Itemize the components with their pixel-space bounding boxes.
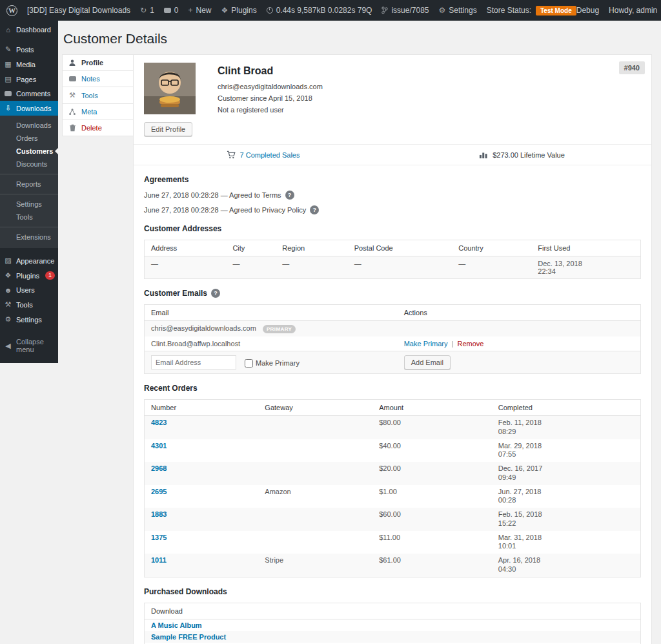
primary-email-text: chris@easydigitaldownloads.com — [151, 324, 256, 332]
order-completed-cell: Mar. 29, 201807:55 — [492, 439, 641, 462]
wordpress-menu[interactable]: W — [6, 5, 17, 16]
settings-menu[interactable]: ⚙ Settings — [439, 6, 477, 15]
column-header-actions: Actions — [398, 305, 641, 321]
sidebar-item-dashboard[interactable]: ⌂ Dashboard — [0, 23, 58, 37]
branch-icon — [381, 6, 388, 14]
order-number-link[interactable]: 1011 — [151, 556, 167, 564]
submenu-item-downloads[interactable]: Downloads — [0, 119, 58, 132]
content-area: Customer Details Profile Notes ⚒ Tools — [58, 21, 661, 644]
account-menu[interactable]: Howdy, admin — [609, 5, 661, 16]
order-row: 4823 $80.00 Feb. 11, 201808:29 — [145, 416, 641, 439]
tab-meta[interactable]: Meta — [62, 103, 134, 120]
add-email-button[interactable]: Add Email — [404, 355, 451, 369]
customer-stats: 7 Completed Sales $273.00 Lifetime Value — [134, 144, 651, 165]
order-row: 2968 $20.00 Dec. 16, 201709:49 — [145, 462, 641, 485]
recent-orders-section: Recent Orders Number Gateway Amount Comp… — [144, 384, 641, 577]
plugins-menu[interactable]: ❖ Plugins — [221, 6, 257, 15]
comments-menu[interactable]: 0 — [164, 6, 179, 15]
download-link[interactable]: A Music Album — [151, 621, 202, 629]
order-gateway-cell — [258, 416, 372, 439]
help-icon[interactable]: ? — [310, 205, 319, 214]
sidebar-item-tools[interactable]: ⚒ Tools — [0, 297, 58, 312]
order-number-link[interactable]: 4301 — [151, 442, 167, 450]
remove-email-link[interactable]: Remove — [458, 340, 484, 348]
sidebar-item-media[interactable]: ▦ Media — [0, 57, 58, 72]
order-completed-cell: Apr. 16, 201804:30 — [492, 554, 641, 577]
column-header-first-used: First Used — [531, 240, 640, 256]
submenu-item-extensions[interactable]: Extensions — [0, 231, 58, 244]
purchased-downloads-table: Download A Music Album Sample FREE Produ… — [144, 603, 641, 644]
column-header-number: Number — [145, 400, 259, 416]
sidebar-item-downloads[interactable]: ⇩ Downloads — [0, 101, 58, 116]
submenu-item-tools[interactable]: Tools — [0, 211, 58, 223]
submenu-item-orders[interactable]: Orders — [0, 132, 58, 145]
order-number-link[interactable]: 2968 — [151, 464, 167, 472]
tab-profile[interactable]: Profile — [62, 54, 134, 71]
sidebar-label-media: Media — [16, 61, 36, 68]
collapse-label: Collapse menu — [16, 338, 54, 353]
submenu-item-settings[interactable]: Settings — [0, 198, 58, 211]
tab-notes[interactable]: Notes — [62, 70, 134, 87]
order-gateway-cell — [258, 508, 372, 531]
submenu-item-customers[interactable]: Customers — [0, 145, 58, 158]
order-number-link[interactable]: 1375 — [151, 534, 167, 541]
store-status-menu[interactable]: Store Status: Test Mode — [487, 6, 576, 16]
settings-icon: ⚙ — [4, 315, 12, 324]
performance-stats: 0.44s 9,587kB 0.0282s 79Q — [276, 6, 372, 15]
users-icon: ☻ — [4, 286, 12, 294]
wordpress-logo-icon: W — [6, 5, 17, 16]
collapse-menu-button[interactable]: ◀ Collapse menu — [0, 335, 58, 357]
make-primary-option: Make Primary — [245, 359, 300, 368]
pages-icon: ▤ — [4, 75, 12, 83]
completed-sales-link[interactable]: 7 Completed Sales — [240, 151, 300, 159]
order-gateway-cell — [258, 439, 372, 462]
trash-icon — [68, 124, 77, 132]
download-row: Sample FREE Product — [145, 631, 641, 643]
tab-tools[interactable]: ⚒ Tools — [62, 87, 134, 104]
admin-bar-left: W [3DD] Easy Digital Downloads ↻ 1 0 + N… — [6, 5, 576, 16]
submenu-item-reports[interactable]: Reports — [0, 178, 58, 191]
order-gateway-cell — [258, 531, 372, 554]
email-address-input[interactable] — [151, 355, 236, 369]
sidebar-label-downloads: Downloads — [16, 105, 51, 112]
cart-icon — [227, 151, 236, 159]
sidebar-item-comments[interactable]: Comments — [0, 87, 58, 101]
privacy-agreement-line: June 27, 2018 00:28:28 — Agreed to Priva… — [144, 205, 641, 214]
download-link[interactable]: Sample FREE Product — [151, 633, 226, 641]
debug-menu[interactable]: Debug — [576, 6, 599, 15]
sidebar-item-pages[interactable]: ▤ Pages — [0, 72, 58, 87]
help-icon[interactable]: ? — [211, 289, 220, 298]
site-name-link[interactable]: [3DD] Easy Digital Downloads — [27, 6, 130, 15]
sidebar-item-posts[interactable]: ✎ Posts — [0, 42, 58, 57]
column-header-amount: Amount — [372, 400, 492, 416]
plugins-icon: ❖ — [4, 271, 12, 280]
git-branch-menu[interactable]: issue/7085 — [381, 6, 429, 15]
action-separator: | — [452, 340, 454, 348]
sidebar-label-tools: Tools — [16, 301, 33, 309]
customer-panel: #940 Edit Profile — [133, 54, 652, 644]
sidebar-item-plugins[interactable]: ❖ Plugins 1 — [0, 268, 58, 283]
sidebar-label-posts: Posts — [16, 46, 34, 54]
order-number-link[interactable]: 1883 — [151, 510, 167, 518]
branch-label: issue/7085 — [391, 6, 429, 15]
customer-id-badge: #940 — [619, 61, 645, 74]
order-number-link[interactable]: 2695 — [151, 488, 167, 495]
tab-delete[interactable]: Delete — [62, 119, 134, 136]
updates-menu[interactable]: ↻ 1 — [140, 6, 154, 15]
edit-profile-button[interactable]: Edit Profile — [144, 122, 192, 136]
order-row: 1375 $11.00 Mar. 31, 201810:01 — [145, 531, 641, 554]
sidebar-item-appearance[interactable]: ▨ Appearance — [0, 253, 58, 268]
submenu-item-discounts[interactable]: Discounts — [0, 158, 58, 171]
order-number-link[interactable]: 4823 — [151, 419, 167, 426]
make-primary-link[interactable]: Make Primary — [404, 340, 448, 348]
query-monitor-menu[interactable]: 0.44s 9,587kB 0.0282s 79Q — [267, 6, 372, 15]
new-content-menu[interactable]: + New — [188, 6, 212, 15]
help-icon[interactable]: ? — [285, 191, 294, 200]
make-primary-checkbox[interactable] — [245, 359, 253, 368]
column-header-email: Email — [145, 305, 398, 321]
sidebar-item-users[interactable]: ☻ Users — [0, 283, 58, 297]
sidebar-item-settings[interactable]: ⚙ Settings — [0, 312, 58, 327]
admin-bar-right: Debug Howdy, admin — [576, 5, 661, 16]
primary-email-cell: chris@easydigitaldownloads.com Primary — [145, 321, 398, 337]
media-icon: ▦ — [4, 60, 12, 68]
